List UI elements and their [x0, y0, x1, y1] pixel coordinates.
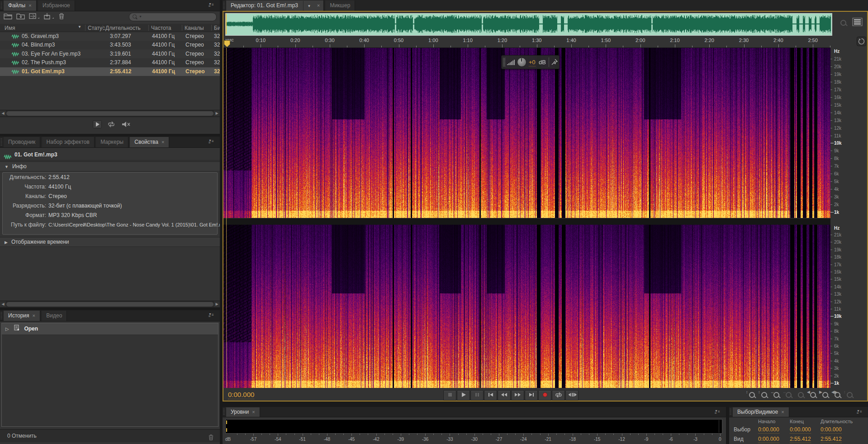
zoom-to-out-point[interactable]: ▶	[819, 390, 830, 400]
panel-menu-icon[interactable]: ▼≡≡	[209, 3, 217, 8]
play-icon[interactable]	[93, 120, 102, 130]
file-row[interactable]: 04. Blind.mp33:43.50344100 ГцСтерео32	[0, 41, 220, 49]
tab-history[interactable]: История×	[4, 311, 40, 321]
autoplay-speaker-icon[interactable]	[121, 120, 131, 130]
level-meter[interactable]	[225, 419, 722, 434]
tab-levels[interactable]: Уровни×	[226, 407, 260, 417]
overview-waveform[interactable]	[226, 14, 831, 34]
zoom-reset[interactable]	[794, 390, 806, 400]
close-icon[interactable]: ×	[252, 409, 255, 415]
zoom-out-vertical[interactable]: ↕	[758, 390, 769, 400]
db-tick	[237, 434, 237, 435]
pin-icon[interactable]	[551, 59, 558, 66]
stop-button[interactable]	[443, 390, 456, 401]
scroll-left-icon[interactable]: ◀	[0, 301, 6, 307]
overview-strip[interactable]	[225, 13, 832, 36]
scroll-right-icon[interactable]: ▶	[214, 110, 220, 116]
fast-forward-button[interactable]	[511, 390, 524, 401]
time-display-section-header[interactable]: ▶Отображение времени	[0, 237, 220, 247]
playhead-time-display[interactable]: 0:00.000	[228, 391, 254, 399]
panel-menu-icon[interactable]: ▼≡≡	[209, 313, 217, 318]
gain-hud[interactable]: +0 dB	[501, 55, 560, 69]
info-section-header[interactable]: ▼Инфо	[0, 161, 220, 171]
properties-hscrollbar[interactable]: ◀ ▶	[0, 301, 220, 307]
search-input[interactable]: ▼	[129, 13, 217, 21]
grip-icon[interactable]	[503, 58, 506, 66]
files-hscrollbar[interactable]: ◀ ▶	[0, 110, 220, 117]
db-tick-label: -12	[618, 437, 625, 442]
db-tick	[531, 434, 532, 435]
tab-favorites[interactable]: Избранное	[38, 0, 75, 11]
overview-menu-icon[interactable]	[852, 18, 863, 28]
open-file-icon[interactable]	[4, 13, 13, 21]
tab-explorer[interactable]: Проводник	[4, 137, 40, 147]
tab-markers[interactable]: Маркеры	[96, 137, 128, 147]
panel-menu-icon[interactable]: ▼≡≡	[715, 410, 723, 415]
history-item-open[interactable]: ▷ Open	[2, 323, 218, 335]
play-button[interactable]	[457, 390, 470, 401]
file-row[interactable]: 05. Gravel.mp33:07.29744100 ГцСтерео32	[0, 32, 220, 41]
scroll-right-icon[interactable]: ▶	[214, 301, 220, 307]
panel-menu-icon[interactable]: ▼≡≡	[209, 140, 217, 145]
files-columns-header[interactable]: Имя ▼ Статус Длительность Частота Каналы…	[0, 24, 220, 32]
gain-knob[interactable]	[517, 57, 526, 67]
insert-multitrack-icon[interactable]	[29, 13, 40, 21]
loop-playback-icon[interactable]	[106, 120, 116, 130]
file-name: 03. Eye For An Eye.mp3	[22, 50, 81, 58]
file-row[interactable]: 01. Got Em!.mp32:55.41244100 ГцСтерео32	[0, 67, 220, 76]
close-icon[interactable]: ×	[28, 3, 31, 8]
spectrogram-left-channel[interactable]	[223, 48, 830, 218]
close-icon[interactable]: ×	[781, 409, 784, 415]
tab-properties[interactable]: Свойства×	[130, 137, 169, 147]
zoom-out-horizontal[interactable]: ↔	[782, 390, 794, 400]
playhead-line[interactable]	[226, 48, 227, 388]
scroll-left-icon[interactable]: ◀	[0, 110, 6, 116]
close-icon[interactable]: ×	[161, 139, 164, 145]
record-button[interactable]	[538, 390, 551, 401]
selection-duration-value[interactable]: 0:00.000	[821, 426, 842, 434]
editor-dropdown-icon[interactable]: ▼	[303, 1, 314, 11]
timeline-ruler[interactable]: нмс 0:100:200:300:400:501:001:101:201:30…	[223, 36, 830, 48]
selection-start-value[interactable]: 0:00.000	[758, 426, 779, 434]
selection-end-value[interactable]: 0:00.000	[790, 426, 811, 434]
burn-cd-icon[interactable]	[43, 13, 54, 21]
skip-to-start-button[interactable]	[484, 390, 497, 401]
close-icon[interactable]: ×	[33, 313, 35, 318]
playhead-handle[interactable]	[224, 40, 230, 47]
zoom-vertical-custom[interactable]: ↕	[843, 390, 855, 400]
trash-icon[interactable]	[208, 433, 214, 444]
view-start-value[interactable]: 0:00.000	[758, 436, 779, 443]
tab-selection-view[interactable]: Выбор/Видимое×	[733, 407, 789, 417]
file-row[interactable]: 02. The Push.mp32:37.88444100 ГцСтерео32	[0, 58, 220, 67]
freq-tick	[830, 316, 834, 316]
spectrogram-right-channel[interactable]	[223, 225, 830, 388]
ruler-options-icon[interactable]	[857, 37, 866, 47]
skip-selection-button[interactable]	[565, 390, 579, 401]
view-end-value[interactable]: 2:55.412	[790, 436, 811, 443]
delete-icon[interactable]	[58, 13, 65, 21]
tab-video[interactable]: Видео	[42, 311, 67, 321]
close-icon[interactable]: ×	[316, 0, 323, 11]
pause-button[interactable]	[470, 390, 484, 401]
skip-to-end-button[interactable]	[525, 390, 538, 401]
tab-effects-rack[interactable]: Набор эффектов	[42, 137, 95, 147]
zoom-to-in-point[interactable]: ◀	[806, 390, 818, 400]
rewind-button[interactable]	[498, 390, 511, 401]
import-file-icon[interactable]	[16, 13, 25, 21]
overview-zoom-reset-icon[interactable]	[837, 18, 849, 28]
zoom-in-horizontal[interactable]: ↔	[770, 390, 782, 400]
file-bit-depth: 32	[214, 58, 220, 67]
tab-mixer[interactable]: Микшер	[325, 0, 355, 11]
db-tick	[548, 434, 549, 436]
tab-files[interactable]: Файлы×	[4, 0, 37, 11]
loop-playback-button[interactable]	[552, 390, 565, 401]
view-duration-value[interactable]: 2:55.412	[821, 436, 842, 443]
db-tick	[523, 434, 524, 436]
tab-editor[interactable]: Редактор: 01. Got Em!.mp3 ▼ ×	[226, 0, 324, 11]
panel-menu-icon[interactable]: ▼≡≡	[857, 410, 865, 415]
file-row[interactable]: 03. Eye For An Eye.mp33:19.60144100 ГцСт…	[0, 50, 220, 58]
zoom-to-selection[interactable]: ◀▶	[831, 390, 843, 400]
zoom-in-vertical[interactable]: ↕	[745, 390, 757, 400]
gain-value[interactable]: +0	[529, 59, 536, 66]
db-tick	[515, 434, 516, 435]
